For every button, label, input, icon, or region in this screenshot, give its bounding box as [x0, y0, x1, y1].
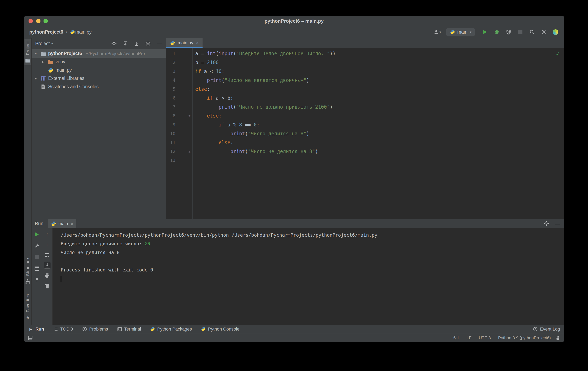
code-editor[interactable]: 1a = int(input("Введите целое двоичное ч…	[166, 48, 564, 219]
scroll-down-button[interactable]	[122, 40, 129, 47]
breadcrumb-file[interactable]: main.py	[75, 29, 92, 35]
print-button[interactable]	[44, 272, 51, 279]
tree-item-venv[interactable]: ▸venv	[32, 58, 166, 66]
fold-marker-icon[interactable]: ▿	[175, 112, 192, 120]
stop-button[interactable]	[33, 253, 40, 260]
user-menu-button[interactable]: ▾	[433, 29, 441, 35]
run-tab-label: main	[58, 221, 68, 226]
toolwindow-button-terminal[interactable]: Terminal	[117, 327, 141, 332]
titlebar[interactable]: pythonProject6 – main.py	[24, 16, 564, 26]
python-icon	[48, 67, 54, 73]
run-configuration-selector[interactable]: main ▾	[446, 28, 475, 36]
debug-button[interactable]	[493, 29, 500, 36]
close-window-button[interactable]	[29, 19, 33, 23]
close-tab-icon[interactable]: ×	[70, 221, 74, 226]
settings-button[interactable]	[145, 40, 151, 47]
traffic-lights	[29, 19, 48, 23]
project-panel-header: Project ▾ —	[32, 38, 166, 49]
fold-marker-icon[interactable]: ▿	[175, 85, 192, 94]
minimize-window-button[interactable]	[36, 19, 41, 23]
code-text: print("Число не является двоичным")	[192, 76, 309, 85]
down-button[interactable]: ↓	[44, 241, 51, 248]
toolwindow-button-problems[interactable]: Problems	[82, 327, 108, 332]
folder-icon	[25, 58, 31, 63]
hide-button[interactable]: —	[156, 40, 163, 47]
run-toolbar	[32, 228, 42, 325]
toolwindow-button-python-packages[interactable]: Python Packages	[150, 327, 192, 332]
tree-item-pythonproject6[interactable]: ▾pythonProject6~/PycharmProjects/pythonP…	[32, 49, 166, 58]
python-icon	[51, 221, 56, 227]
status-item[interactable]: 6:1	[453, 335, 459, 340]
left-toolwindow-stripe: Project StructureFavorites★	[24, 38, 32, 325]
up-button[interactable]: ↑	[44, 231, 51, 238]
tree-item-scratches-and-consoles[interactable]: Scratches and Consoles	[32, 82, 166, 91]
stop-button[interactable]	[517, 29, 524, 36]
event-log-button[interactable]: Event Log	[533, 327, 560, 332]
rerun-button[interactable]	[33, 231, 40, 238]
layout-icon[interactable]	[28, 335, 33, 340]
main-area: Project StructureFavorites★ Project ▾ — …	[24, 38, 564, 325]
structure-icon	[25, 278, 31, 284]
soft-wrap-button[interactable]	[44, 251, 51, 258]
todo-icon	[53, 327, 58, 332]
fold-marker-icon[interactable]: ▵	[175, 147, 192, 156]
console-line: Число не делится на 8	[61, 248, 564, 257]
settings-button[interactable]	[540, 29, 547, 36]
code-line: 7 print("Число не должно привышать 2100"…	[166, 103, 564, 112]
editor-tab-main-py[interactable]: main.py ×	[166, 38, 202, 48]
toolwindow-button-run[interactable]: ▶Run	[28, 327, 44, 332]
event-log-label: Event Log	[540, 327, 560, 332]
lock-icon[interactable]	[555, 335, 560, 340]
editor-area: main.py × 1a = int(input("Введите целое …	[166, 38, 564, 219]
tree-chevron-icon[interactable]: ▾	[33, 51, 38, 56]
run-button[interactable]	[482, 29, 488, 36]
project-panel-title[interactable]: Project	[35, 41, 50, 46]
stripe-button-structure[interactable]: Structure	[24, 256, 31, 286]
clear-button[interactable]	[44, 282, 51, 289]
tree-item-external-libraries[interactable]: ▸External Libraries	[32, 74, 166, 82]
status-items: 6:1LFUTF-8Python 3.9 (pythonProject6)	[453, 335, 551, 340]
line-number: 10	[166, 129, 175, 138]
chevron-down-icon[interactable]: ▾	[51, 42, 53, 45]
project-tree[interactable]: ▾pythonProject6~/PycharmProjects/pythonP…	[32, 49, 166, 219]
breadcrumb-project[interactable]: pythonProject6	[29, 29, 63, 35]
stripe-button-favorites[interactable]: Favorites★	[24, 292, 31, 322]
pin-button[interactable]	[33, 276, 40, 283]
run-console[interactable]: /Users/bohdan/PycharmProjects/pythonProj…	[52, 228, 564, 325]
coverage-button[interactable]	[505, 29, 512, 36]
run-toolwindow: Run: main × — ↑↓ /Users/bohdan/PycharmPr…	[32, 219, 564, 325]
inspections-ok-icon[interactable]: ✓	[556, 50, 560, 57]
line-number: 13	[166, 156, 175, 165]
toolwindow-button-todo[interactable]: TODO	[53, 327, 73, 332]
run-tab-main[interactable]: main ×	[48, 219, 76, 228]
navbar-action-buttons	[482, 29, 559, 36]
line-number: 2	[166, 58, 175, 67]
tree-chevron-icon[interactable]: ▸	[33, 76, 38, 81]
collapse-all-button[interactable]	[133, 40, 140, 47]
wrench-button[interactable]	[33, 242, 40, 249]
run-panel-label: Run:	[35, 221, 45, 226]
restore-layout-button[interactable]	[33, 265, 40, 272]
tree-item-main-py[interactable]: main.py	[32, 66, 166, 74]
code-text: if a % 8 == 0:	[192, 120, 260, 129]
run-settings-button[interactable]	[543, 220, 550, 227]
code-text: else:	[192, 112, 221, 120]
tree-label: Scratches and Consoles	[48, 84, 99, 89]
hide-toolwindow-button[interactable]: —	[554, 220, 561, 227]
status-item[interactable]: Python 3.9 (pythonProject6)	[498, 335, 551, 340]
locate-button[interactable]	[110, 40, 117, 47]
tree-chevron-icon[interactable]: ▸	[41, 60, 46, 64]
toolwindow-bar: ▶RunTODOProblemsTerminalPython PackagesP…	[24, 325, 564, 333]
plugin-button[interactable]	[552, 29, 559, 36]
line-number: 9	[166, 120, 175, 129]
status-item[interactable]: LF	[467, 335, 472, 340]
code-text: b = 2100	[192, 58, 219, 67]
toolwindow-button-python-console[interactable]: Python Console	[201, 327, 239, 332]
fold-marker-icon	[175, 76, 192, 85]
status-item[interactable]: UTF-8	[479, 335, 491, 340]
search-button[interactable]	[528, 29, 536, 36]
scroll-to-end-button[interactable]	[44, 262, 51, 269]
close-tab-icon[interactable]: ×	[196, 40, 199, 45]
stripe-button-project[interactable]: Project	[24, 39, 31, 65]
zoom-window-button[interactable]	[43, 19, 48, 23]
